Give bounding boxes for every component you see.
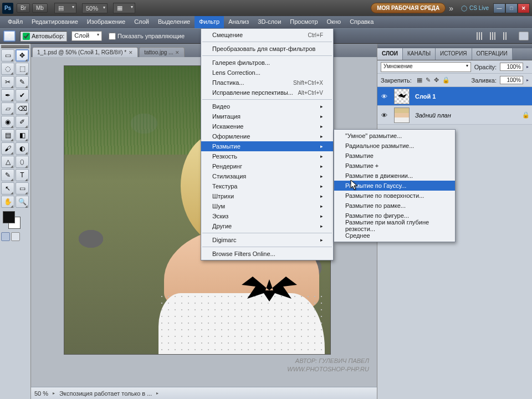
minibridge-button[interactable]: Mb [32, 3, 48, 13]
panel-tab-каналы[interactable]: КАНАЛЫ [403, 48, 436, 60]
panel-tab-слои[interactable]: СЛОИ [377, 48, 403, 60]
filter-item[interactable]: Lens Correction... [201, 68, 333, 78]
quickmask-mode-button[interactable] [11, 232, 20, 241]
tool-23[interactable]: 🔍◢ [16, 196, 29, 208]
tool-14[interactable]: 🖌◢ [1, 142, 14, 155]
panel-tab-операции[interactable]: ОПЕРАЦИИ [472, 48, 513, 60]
menu-анализ[interactable]: Анализ [224, 16, 253, 28]
blur-item[interactable]: Размытие при малой глубине резкости... [334, 221, 455, 231]
tool-16[interactable]: △◢ [1, 156, 14, 168]
status-more-icon[interactable]: ▸ [156, 391, 158, 396]
filter-item[interactable]: Преобразовать для смарт-фильтров [201, 44, 333, 54]
blur-item[interactable]: Размытие по поверхности... [334, 191, 455, 201]
filter-item[interactable]: Рендеринг [201, 161, 333, 171]
menu-справка[interactable]: Справка [345, 16, 378, 28]
filter-item[interactable]: Оформление [201, 131, 333, 141]
filter-item[interactable]: Digimarc [201, 235, 333, 245]
menu-выделение[interactable]: Выделение [154, 16, 195, 28]
layer-row-1[interactable]: 👁Задний план🔒 [377, 106, 532, 125]
tool-5[interactable]: ✎◢ [16, 76, 29, 88]
tool-3[interactable]: ⬚◢ [16, 63, 29, 75]
status-arrow-icon[interactable]: ▸ [53, 391, 55, 396]
fill-arrow-icon[interactable]: ▸ [526, 78, 529, 83]
layer-thumbnail[interactable] [394, 108, 410, 123]
align-buttons[interactable] [477, 32, 507, 40]
tool-18[interactable]: ✎◢ [1, 169, 14, 181]
menu-просмотр[interactable]: Просмотр [285, 16, 322, 28]
filter-item[interactable]: Стилизация [201, 171, 333, 181]
close-tab-icon[interactable]: ✕ [129, 50, 133, 55]
close-tab-icon[interactable]: ✕ [175, 50, 180, 55]
filter-item[interactable]: Видео [201, 101, 333, 111]
menu-окно[interactable]: Окно [323, 16, 346, 28]
blur-item[interactable]: "Умное" размытие... [334, 131, 455, 141]
layer-name[interactable]: Задний план [415, 112, 516, 119]
filter-item[interactable]: СмещениеCtrl+F [201, 30, 333, 40]
layer-row-0[interactable]: 👁Слой 1 [377, 87, 532, 106]
bridge-button[interactable]: Br [17, 3, 30, 13]
color-swatch[interactable] [1, 211, 29, 230]
tool-21[interactable]: ▭◢ [16, 182, 29, 195]
lock-icons[interactable]: ▦✎✥🔒 [415, 76, 452, 84]
filter-item[interactable]: Пластика...Shift+Ctrl+X [201, 78, 333, 88]
document-tab-0[interactable]: 1_1.psd @ 50% (Слой 1, RGB/8#) *✕ [32, 47, 138, 57]
tool-7[interactable]: ✔◢ [16, 89, 29, 101]
tool-17[interactable]: ⬯◢ [16, 156, 29, 168]
menu-изображение[interactable]: Изображение [83, 16, 130, 28]
layer-thumbnail[interactable] [394, 89, 410, 104]
status-zoom[interactable]: 50 % [34, 390, 48, 397]
foreground-color[interactable] [3, 211, 15, 223]
document-tab-1[interactable]: tattoo.jpg ...✕ [139, 47, 185, 57]
tool-6[interactable]: ✒◢ [1, 89, 14, 101]
opacity-arrow-icon[interactable]: ▸ [526, 64, 529, 69]
menu-3d-слои[interactable]: 3D-слои [253, 16, 285, 28]
autoselect-kind-select[interactable]: Слой [71, 31, 102, 41]
standard-mode-button[interactable] [1, 232, 10, 241]
filter-item[interactable]: Галерея фильтров... [201, 58, 333, 68]
screen-mode-combo[interactable]: ▤ [54, 3, 76, 13]
tool-13[interactable]: ◧◢ [16, 129, 29, 141]
filter-item[interactable]: Искажение [201, 121, 333, 131]
menu-редактирование[interactable]: Редактирование [27, 16, 83, 28]
workspace-label[interactable]: МОЯ РАБОЧАЯ СРЕДА [371, 3, 446, 13]
filter-item[interactable]: Штрихи [201, 191, 333, 201]
tool-12[interactable]: ▤◢ [1, 129, 14, 141]
tool-4[interactable]: ✂◢ [1, 76, 14, 88]
blur-item[interactable]: Размытие по рамке... [334, 201, 455, 211]
autoselect-checkbox[interactable]: Автовыбор: [20, 31, 67, 42]
visibility-icon[interactable]: 👁 [380, 112, 388, 119]
tool-8[interactable]: ▱◢ [1, 103, 14, 115]
filter-item[interactable]: Резкость [201, 151, 333, 161]
blur-item[interactable]: Размытие [334, 151, 455, 161]
cslive-button[interactable]: CS Live [461, 5, 489, 11]
tool-10[interactable]: ◉◢ [1, 116, 14, 128]
filter-item[interactable]: Текстура [201, 181, 333, 191]
tool-11[interactable]: ✐◢ [16, 116, 29, 128]
tool-20[interactable]: ↖◢ [1, 182, 14, 195]
panel-tab-история[interactable]: ИСТОРИЯ [436, 48, 472, 60]
menu-файл[interactable]: Файл [3, 16, 27, 28]
blur-item[interactable]: Радиальное размытие... [334, 141, 455, 151]
menu-слой[interactable]: Слой [130, 16, 154, 28]
tool-1[interactable]: ✥◢ [16, 49, 29, 62]
filter-item[interactable]: Исправление перспективы...Alt+Ctrl+V [201, 88, 333, 98]
tool-9[interactable]: ⌫◢ [16, 103, 29, 115]
maximize-button[interactable]: □ [505, 3, 518, 13]
opacity-value[interactable]: 100% [500, 63, 523, 71]
workspace-more-icon[interactable]: » [449, 4, 453, 13]
fill-value[interactable]: 100% [500, 76, 523, 84]
tool-22[interactable]: ✋◢ [1, 196, 14, 208]
tool-2[interactable]: ◌◢ [1, 63, 14, 75]
filter-item[interactable]: Шум [201, 201, 333, 211]
tool-0[interactable]: ▭◢ [1, 49, 14, 62]
panel-toggle-button[interactable] [519, 32, 529, 40]
tool-19[interactable]: T◢ [16, 169, 29, 181]
visibility-icon[interactable]: 👁 [380, 93, 388, 100]
menu-фильтр[interactable]: Фильтр [195, 16, 224, 28]
zoom-combo[interactable]: 50% [82, 3, 108, 13]
arrange-combo[interactable]: ▦ [113, 3, 135, 13]
minimize-button[interactable]: — [493, 3, 505, 13]
filter-item[interactable]: Другие [201, 221, 333, 231]
close-button[interactable]: ✕ [518, 3, 530, 13]
tool-15[interactable]: ◐◢ [16, 142, 29, 155]
